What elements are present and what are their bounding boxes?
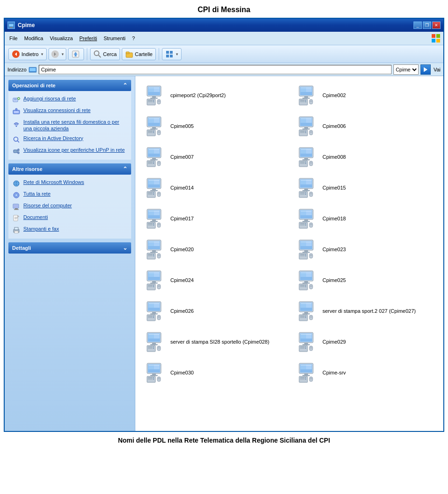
computer-item[interactable]: Cpime025 bbox=[293, 267, 438, 294]
forward-button[interactable]: ▾ bbox=[49, 48, 66, 60]
close-button[interactable]: ✕ bbox=[432, 21, 441, 29]
sidebar-link-printer[interactable]: Stampanti e fax bbox=[10, 224, 129, 236]
network-add-icon bbox=[12, 96, 21, 104]
sidebar-link-add-network[interactable]: Aggiungi risorsa di rete bbox=[10, 94, 129, 106]
go-arrow-button[interactable] bbox=[420, 64, 431, 75]
sidebar-link-ms-network[interactable]: Rete di Microsoft Windows bbox=[10, 177, 129, 189]
computer-item[interactable]: Cpime007 bbox=[141, 143, 286, 170]
computer-icon bbox=[296, 238, 319, 261]
computer-item[interactable]: Cpime018 bbox=[293, 205, 438, 232]
svg-rect-2 bbox=[9, 24, 13, 26]
explorer-window: Cpime _ ❐ ✕ File Modifica Visualizza Pre… bbox=[4, 18, 444, 432]
network-ms-icon bbox=[12, 179, 21, 188]
views-dropdown-icon[interactable]: ▾ bbox=[176, 52, 178, 56]
menu-file[interactable]: File bbox=[7, 35, 21, 42]
menu-help[interactable]: ? bbox=[129, 35, 138, 42]
toolbar-sep-1 bbox=[87, 48, 87, 60]
computer-item[interactable]: server di stampa SI28 sportello (Cpime02… bbox=[141, 328, 286, 355]
computer-item[interactable]: Cpime005 bbox=[141, 113, 286, 140]
svg-rect-100 bbox=[150, 128, 158, 130]
computer-item[interactable]: Cpime014 bbox=[141, 174, 286, 201]
svg-rect-19 bbox=[166, 51, 169, 54]
go-label[interactable]: Vai bbox=[434, 67, 441, 72]
folders-button[interactable]: Cartelle bbox=[122, 48, 156, 60]
restore-button[interactable]: ❐ bbox=[423, 21, 431, 29]
sidebar-link-active-directory-label: Ricerca in Active Directory bbox=[23, 135, 83, 141]
svg-rect-205 bbox=[302, 221, 310, 222]
computer-item[interactable]: Cpime029 bbox=[293, 328, 438, 355]
back-button[interactable]: Indietro ▾ bbox=[8, 48, 47, 60]
svg-rect-219 bbox=[152, 250, 156, 252]
svg-rect-34 bbox=[14, 111, 19, 113]
forward-dropdown-icon[interactable]: ▾ bbox=[62, 52, 64, 56]
svg-rect-297 bbox=[300, 316, 305, 317]
sidebar-link-wifi[interactable]: Installa una rete senza fili domestica o… bbox=[10, 117, 129, 134]
svg-point-74 bbox=[153, 100, 154, 101]
computer-item[interactable]: Cpime017 bbox=[141, 205, 286, 232]
sidebar-link-wifi-label: Installa una rete senza fili domestica o… bbox=[23, 119, 127, 132]
address-input[interactable] bbox=[39, 65, 392, 74]
back-dropdown-icon[interactable]: ▾ bbox=[41, 52, 43, 56]
computer-item[interactable]: Cpime015 bbox=[293, 174, 438, 201]
svg-rect-309 bbox=[152, 343, 156, 344]
computer-item[interactable]: Cpime020 bbox=[141, 236, 286, 263]
computer-item[interactable]: Cpime-srv bbox=[293, 359, 438, 386]
computer-item[interactable]: Cpime023 bbox=[293, 236, 438, 263]
computer-item[interactable]: Cpime030 bbox=[141, 359, 286, 386]
svg-point-36 bbox=[16, 126, 17, 127]
svg-rect-54 bbox=[14, 209, 19, 210]
svg-rect-173 bbox=[301, 180, 312, 181]
sidebar-link-all-network[interactable]: Tutta la rete bbox=[10, 189, 129, 201]
svg-rect-204 bbox=[304, 219, 308, 221]
computer-item[interactable]: Cpime002 bbox=[293, 82, 438, 109]
svg-rect-20 bbox=[170, 51, 173, 54]
svg-rect-355 bbox=[302, 375, 310, 376]
svg-rect-83 bbox=[301, 87, 312, 88]
sidebar-section-dettagli-chevron bbox=[123, 245, 127, 251]
computer-icon bbox=[144, 115, 167, 137]
svg-point-314 bbox=[153, 346, 154, 347]
computer-item[interactable]: Cpime024 bbox=[141, 267, 286, 294]
computer-icon bbox=[144, 361, 167, 384]
svg-rect-163 bbox=[148, 194, 153, 195]
svg-rect-62 bbox=[14, 231, 18, 233]
menu-modifica[interactable]: Modifica bbox=[21, 35, 46, 42]
window-icon bbox=[7, 21, 15, 29]
svg-rect-354 bbox=[304, 374, 308, 375]
svg-rect-298 bbox=[300, 317, 305, 318]
computer-item[interactable]: Cpime026 bbox=[141, 297, 286, 325]
svg-rect-357 bbox=[300, 377, 305, 378]
sidebar-link-documents[interactable]: Documenti bbox=[10, 212, 129, 224]
svg-rect-218 bbox=[148, 241, 160, 242]
computer-item[interactable]: cpimeport2 (Cpi29port2) bbox=[141, 82, 286, 109]
svg-rect-103 bbox=[148, 132, 153, 133]
svg-rect-312 bbox=[148, 346, 153, 347]
title-bar-buttons: _ ❐ ✕ bbox=[413, 21, 441, 29]
sidebar-section-altre-header[interactable]: Altre risorse bbox=[8, 163, 131, 175]
sidebar-section-operazioni-header[interactable]: Operazioni di rete bbox=[8, 80, 131, 91]
minimize-button[interactable]: _ bbox=[413, 21, 422, 29]
menu-visualizza[interactable]: Visualizza bbox=[47, 35, 76, 42]
sidebar-link-active-directory[interactable]: Ricerca in Active Directory bbox=[10, 134, 129, 145]
menu-strumenti[interactable]: Strumenti bbox=[101, 35, 128, 42]
sidebar-link-computer-resources[interactable]: Risorse del computer bbox=[10, 201, 129, 212]
page-title: CPI di Messina bbox=[0, 0, 448, 18]
sidebar-section-altre-chevron bbox=[123, 166, 127, 172]
views-button[interactable]: ▾ bbox=[162, 48, 182, 60]
menu-preferiti[interactable]: Preferiti bbox=[77, 35, 100, 42]
computer-item[interactable]: server di stampa sport.2 027 (Cpime027) bbox=[293, 297, 438, 325]
sidebar-link-view-connections[interactable]: Visualizza connessioni di rete bbox=[10, 106, 129, 117]
svg-point-135 bbox=[153, 163, 154, 164]
sidebar-section-dettagli-header[interactable]: Dettagli bbox=[8, 242, 131, 254]
computer-label: Cpime029 bbox=[322, 339, 346, 345]
sidebar: Operazioni di rete bbox=[5, 76, 135, 431]
svg-rect-233 bbox=[301, 241, 312, 242]
svg-rect-118 bbox=[300, 132, 305, 133]
up-button[interactable] bbox=[68, 48, 84, 60]
computer-item[interactable]: Cpime008 bbox=[293, 143, 438, 170]
sidebar-link-upnp[interactable]: Visualizza icone per periferiche UPnP in… bbox=[10, 145, 129, 157]
computer-item[interactable]: Cpime006 bbox=[293, 113, 438, 140]
computer-icon bbox=[144, 238, 167, 261]
address-dropdown[interactable]: Cpime bbox=[393, 64, 419, 75]
search-button[interactable]: Cerca bbox=[90, 48, 120, 60]
